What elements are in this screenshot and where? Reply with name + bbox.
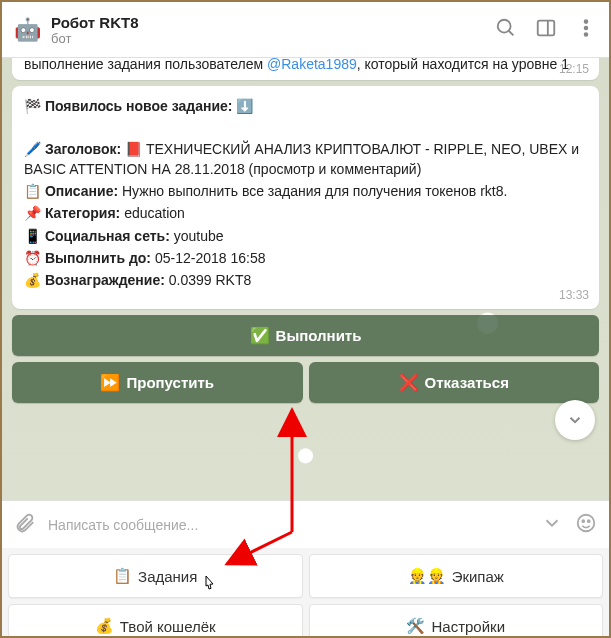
svg-point-0 — [498, 19, 511, 32]
msg-time: 13:33 — [559, 287, 589, 304]
svg-point-6 — [585, 33, 588, 36]
scroll-down-button[interactable] — [555, 400, 595, 440]
cat-label: Категория: — [45, 205, 120, 221]
more-icon[interactable] — [575, 17, 597, 43]
refuse-button-label: Отказаться — [425, 374, 509, 391]
search-icon[interactable] — [495, 17, 517, 43]
crew-icon: 👷👷 — [408, 567, 446, 585]
arrow-down-icon: ⬇️ — [236, 98, 253, 114]
menu-wallet-label: Твой кошелёк — [120, 618, 216, 635]
flag-icon: 🏁 — [24, 98, 41, 114]
until-value: 05-12-2018 16:58 — [155, 250, 266, 266]
menu-wallet-button[interactable]: 💰 Твой кошелёк — [8, 604, 303, 638]
commands-icon[interactable] — [541, 512, 563, 538]
skip-button[interactable]: ⏩ Пропустить — [12, 362, 303, 403]
menu-crew-label: Экипаж — [452, 568, 504, 585]
until-label: Выполнить до: — [45, 250, 151, 266]
svg-point-9 — [588, 520, 590, 522]
moneybag-icon: 💰 — [95, 617, 114, 635]
net-label: Социальная сеть: — [45, 228, 170, 244]
clock-icon: ⏰ — [24, 250, 41, 266]
tools-icon: 🛠️ — [406, 617, 425, 635]
sidebar-toggle-icon[interactable] — [535, 17, 557, 43]
reply-keyboard: 📋 Задания 👷👷 Экипаж 💰 Твой кошелёк 🛠️ На… — [2, 548, 609, 638]
check-icon: ✅ — [250, 326, 270, 345]
svg-point-8 — [582, 520, 584, 522]
menu-settings-label: Настройки — [431, 618, 505, 635]
clipboard-icon: 📋 — [113, 567, 132, 585]
bot-avatar[interactable]: 🤖 — [14, 17, 41, 43]
clipboard-icon: 📋 — [24, 183, 41, 199]
desc-value: Нужно выполнить все задания для получени… — [122, 183, 507, 199]
menu-tasks-label: Задания — [138, 568, 197, 585]
message-task: 🏁 Появилось новое задание: ⬇️ 🖊️ Заголов… — [12, 86, 599, 309]
title-block[interactable]: Робот RKT8 бот — [51, 14, 495, 46]
svg-point-4 — [585, 20, 588, 23]
net-value: youtube — [174, 228, 224, 244]
cat-value: education — [124, 205, 185, 221]
menu-tasks-button[interactable]: 📋 Задания — [8, 554, 303, 598]
svg-point-7 — [578, 514, 595, 531]
phone-icon: 📱 — [24, 228, 41, 244]
msg-text: , который находится на уровне — [357, 58, 561, 72]
user-mention[interactable]: @Raketa1989 — [267, 58, 357, 72]
chat-title: Робот RKT8 — [51, 14, 495, 31]
message-prev: выполнение задания пользователем @Raketa… — [12, 58, 599, 80]
forward-icon: ⏩ — [100, 373, 120, 392]
header-label: Заголовок: — [45, 141, 121, 157]
input-bar — [2, 500, 609, 548]
reward-value: 0.0399 RKT8 — [169, 272, 252, 288]
skip-button-label: Пропустить — [126, 374, 214, 391]
refuse-button[interactable]: ❌ Отказаться — [309, 362, 600, 403]
svg-line-1 — [509, 30, 514, 35]
chat-area[interactable]: выполнение задания пользователем @Raketa… — [2, 58, 609, 500]
desc-label: Описание: — [45, 183, 118, 199]
attach-icon[interactable] — [14, 512, 36, 538]
pin-icon: 📌 — [24, 205, 41, 221]
message-input[interactable] — [48, 517, 529, 533]
menu-settings-button[interactable]: 🛠️ Настройки — [309, 604, 604, 638]
msg-time: 12:15 — [559, 62, 589, 76]
chat-header: 🤖 Робот RKT8 бот — [2, 2, 609, 58]
menu-crew-button[interactable]: 👷👷 Экипаж — [309, 554, 604, 598]
do-button[interactable]: ✅ Выполнить — [12, 315, 599, 356]
pen-icon: 🖊️ — [24, 141, 41, 157]
chat-subtitle: бот — [51, 31, 495, 46]
svg-point-5 — [585, 26, 588, 29]
book-icon: 📕 — [125, 141, 142, 157]
emoji-icon[interactable] — [575, 512, 597, 538]
cross-icon: ❌ — [399, 373, 419, 392]
svg-rect-2 — [538, 20, 555, 35]
moneybag-icon: 💰 — [24, 272, 41, 288]
new-task-label: Появилось новое задание: — [45, 98, 233, 114]
msg-text: выполнение задания пользователем — [24, 58, 267, 72]
do-button-label: Выполнить — [276, 327, 362, 344]
reward-label: Вознаграждение: — [45, 272, 165, 288]
